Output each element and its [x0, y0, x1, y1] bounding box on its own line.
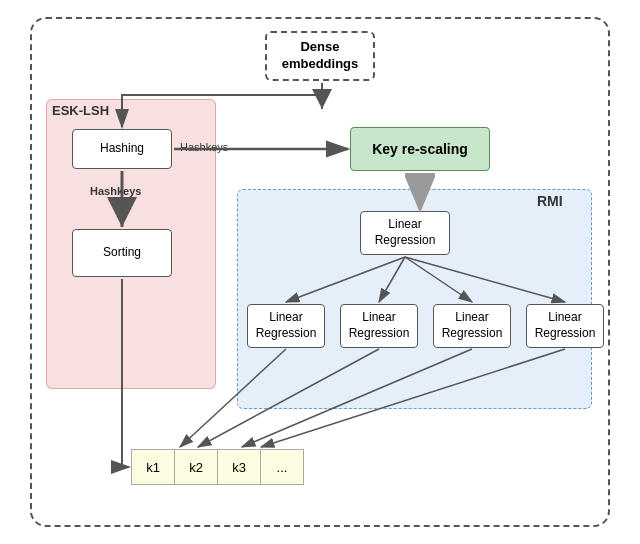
rmi-label: RMI [537, 193, 563, 209]
key-2-label: k2 [189, 460, 203, 475]
hashing-label: Hashing [100, 141, 144, 157]
lr-top-box: Linear Regression [360, 211, 450, 255]
lr-4-label: Linear Regression [535, 310, 596, 341]
lr-box-2: Linear Regression [340, 304, 418, 348]
dense-embeddings-label: Dense embeddings [282, 39, 359, 73]
key-dots-label: ... [277, 460, 288, 475]
dense-embeddings-box: Dense embeddings [265, 31, 375, 81]
lr-box-1: Linear Regression [247, 304, 325, 348]
lr-3-label: Linear Regression [442, 310, 503, 341]
sorting-label: Sorting [103, 245, 141, 261]
sorting-box: Sorting [72, 229, 172, 277]
hashing-box: Hashing [72, 129, 172, 169]
key-3-label: k3 [232, 460, 246, 475]
key-1-label: k1 [146, 460, 160, 475]
lr-box-3: Linear Regression [433, 304, 511, 348]
key-rescaling-box: Key re-scaling [350, 127, 490, 171]
key-cell-dots: ... [260, 449, 304, 485]
hashkeys-top-label: Hashkeys [180, 141, 228, 153]
lr-2-label: Linear Regression [349, 310, 410, 341]
main-diagram: Dense embeddings ESK-LSH RMI Hashing Sor… [30, 17, 610, 527]
keys-row: k1 k2 k3 ... [132, 449, 304, 485]
hashkeys-side-label: Hashkeys [90, 185, 141, 197]
key-cell-3: k3 [217, 449, 261, 485]
key-cell-1: k1 [131, 449, 175, 485]
lr-box-4: Linear Regression [526, 304, 604, 348]
lr-1-label: Linear Regression [256, 310, 317, 341]
key-cell-2: k2 [174, 449, 218, 485]
key-rescaling-label: Key re-scaling [372, 141, 468, 157]
lr-top-label: Linear Regression [375, 217, 436, 248]
esk-lsh-label: ESK-LSH [52, 103, 109, 118]
